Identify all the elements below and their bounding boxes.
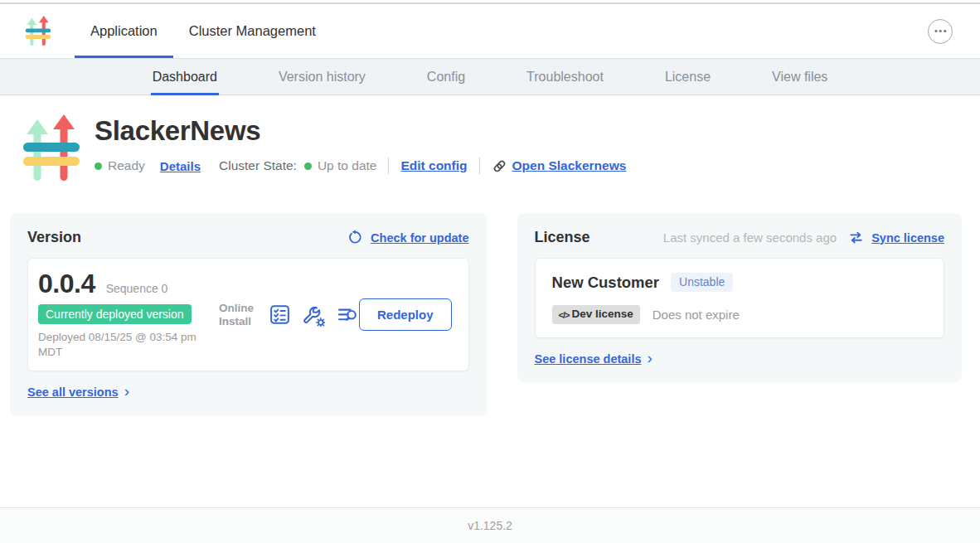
license-panel: New Customer Unstable </> Dev license Do… — [535, 258, 944, 338]
primary-nav: Application Cluster Management ••• — [0, 4, 980, 58]
ellipsis-icon: ••• — [934, 27, 948, 36]
sync-license-link[interactable]: Sync license — [871, 231, 944, 245]
app-status-row: Ready Details Cluster State: Up to date … — [95, 158, 626, 174]
edit-config-link[interactable]: Edit config — [400, 158, 467, 173]
app-status-text: Ready — [108, 158, 145, 173]
redeploy-button[interactable]: Redeploy — [359, 298, 452, 331]
more-menu-button[interactable]: ••• — [928, 19, 953, 44]
expiration-text: Does not expire — [653, 308, 740, 322]
tab-version-history[interactable]: Version history — [279, 59, 366, 95]
cluster-state-label: Cluster State: — [219, 158, 297, 173]
chevron-right-icon: › — [647, 350, 652, 366]
sequence-label: Sequence 0 — [106, 282, 168, 295]
open-app-link-text: Open Slackernews — [512, 158, 627, 173]
license-card-header: License Last synced a few seconds ago Sy… — [535, 229, 944, 246]
page-title: SlackerNews — [95, 115, 626, 147]
primary-nav-tabs: Application Cluster Management — [75, 4, 332, 58]
refresh-icon — [347, 230, 363, 245]
main-content: SlackerNews Ready Details Cluster State:… — [0, 95, 980, 507]
see-license-details-link: See license details — [535, 352, 642, 366]
tab-cluster-management[interactable]: Cluster Management — [173, 4, 332, 58]
page-footer: v1.125.2 — [0, 507, 980, 543]
license-card-title: License — [535, 229, 590, 246]
deployed-badge: Currently deployed version — [38, 304, 192, 324]
license-type-text: Dev license — [571, 308, 633, 321]
tab-view-files[interactable]: View files — [772, 59, 827, 95]
app-header: SlackerNews Ready Details Cluster State:… — [18, 113, 980, 186]
version-number: 0.0.4 — [38, 270, 95, 297]
app-logo-large-icon — [18, 113, 85, 186]
current-version-panel: 0.0.4 Sequence 0 Currently deployed vers… — [27, 258, 469, 371]
cluster-state-text: Up to date — [318, 158, 377, 173]
version-card-header: Version Check for update — [27, 229, 469, 246]
check-update-link: Check for update — [371, 231, 468, 245]
preflight-checks-icon[interactable] — [269, 303, 291, 326]
install-type-label: Online Install — [219, 302, 258, 327]
divider — [479, 158, 480, 174]
cluster-status-dot-icon — [304, 162, 312, 170]
tab-application[interactable]: Application — [75, 4, 173, 58]
app-status-dot-icon — [95, 162, 102, 170]
secondary-nav: Dashboard Version history Config Trouble… — [0, 58, 980, 95]
app-logo-icon — [23, 15, 53, 48]
view-logs-icon[interactable] — [336, 303, 359, 327]
open-app-link[interactable]: Open Slackernews — [492, 158, 627, 174]
divider — [388, 158, 389, 174]
license-card: License Last synced a few seconds ago Sy… — [517, 213, 962, 382]
chevron-right-icon: › — [124, 383, 129, 399]
version-info: 0.0.4 Sequence 0 Currently deployed vers… — [38, 270, 219, 359]
code-icon: </> — [559, 310, 570, 320]
channel-badge: Unstable — [671, 273, 733, 292]
sync-arrows-icon — [848, 230, 864, 245]
last-synced-text: Last synced a few seconds ago — [663, 230, 837, 245]
see-license-details-action[interactable]: See license details › — [535, 351, 944, 366]
tab-troubleshoot[interactable]: Troubleshoot — [526, 59, 604, 95]
tab-config[interactable]: Config — [427, 59, 465, 95]
config-wrench-icon[interactable] — [302, 303, 325, 327]
license-type-badge: </> Dev license — [552, 305, 640, 324]
tab-dashboard[interactable]: Dashboard — [153, 59, 217, 95]
check-update-action[interactable]: Check for update — [347, 230, 468, 245]
version-actions: Online Install — [219, 302, 359, 327]
deployed-timestamp: Deployed 08/15/25 @ 03:54 pm MDT — [38, 330, 214, 359]
see-all-versions-action[interactable]: See all versions › — [27, 384, 469, 400]
see-all-versions-link: See all versions — [27, 385, 119, 399]
dashboard-cards: Version Check for update 0.0.4 Sequ — [10, 213, 962, 415]
version-card-title: Version — [27, 229, 81, 246]
chain-link-icon — [492, 158, 507, 174]
customer-name: New Customer — [552, 274, 660, 292]
title-block: SlackerNews Ready Details Cluster State:… — [95, 113, 626, 174]
tab-license[interactable]: License — [665, 59, 711, 95]
details-link[interactable]: Details — [160, 159, 201, 173]
version-card: Version Check for update 0.0.4 Sequ — [10, 213, 487, 415]
console-version: v1.125.2 — [468, 519, 512, 532]
